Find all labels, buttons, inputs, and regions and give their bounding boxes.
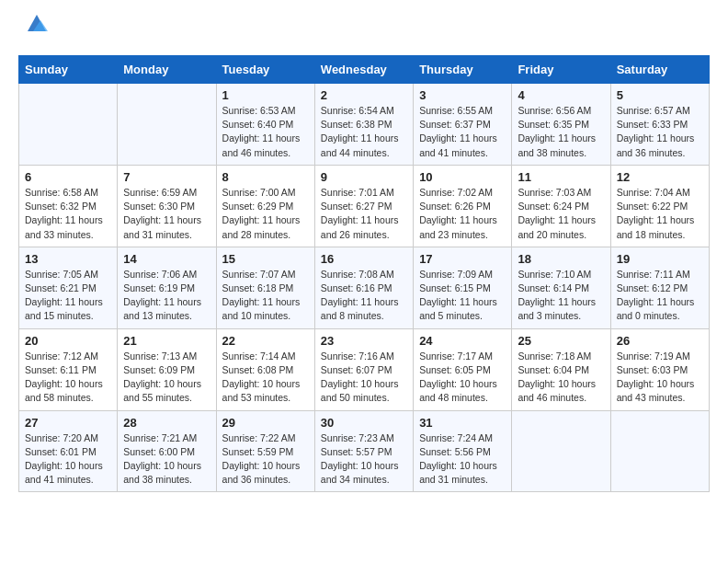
day-info: Sunrise: 7:09 AMSunset: 6:15 PMDaylight:… <box>419 268 506 324</box>
day-number: 21 <box>123 334 210 348</box>
calendar-cell: 27Sunrise: 7:20 AMSunset: 6:01 PMDayligh… <box>19 410 118 492</box>
calendar-cell <box>512 410 610 492</box>
day-number: 16 <box>321 252 407 266</box>
day-info: Sunrise: 7:06 AMSunset: 6:19 PMDaylight:… <box>123 268 210 324</box>
day-number: 3 <box>419 88 506 102</box>
calendar-cell: 3Sunrise: 6:55 AMSunset: 6:37 PMDaylight… <box>414 84 512 166</box>
calendar-cell <box>610 410 709 492</box>
day-info: Sunrise: 7:17 AMSunset: 6:05 PMDaylight:… <box>419 350 506 406</box>
day-info: Sunrise: 7:18 AMSunset: 6:04 PMDaylight:… <box>518 350 604 406</box>
day-number: 28 <box>123 416 210 430</box>
day-number: 17 <box>419 252 506 266</box>
day-number: 4 <box>518 88 604 102</box>
calendar-cell: 18Sunrise: 7:10 AMSunset: 6:14 PMDayligh… <box>512 247 610 328</box>
day-info: Sunrise: 7:12 AMSunset: 6:11 PMDaylight:… <box>25 350 111 406</box>
calendar-cell: 22Sunrise: 7:14 AMSunset: 6:08 PMDayligh… <box>216 328 314 410</box>
day-info: Sunrise: 7:07 AMSunset: 6:18 PMDaylight:… <box>222 268 309 324</box>
calendar-cell: 23Sunrise: 7:16 AMSunset: 6:07 PMDayligh… <box>314 328 413 410</box>
calendar-cell: 30Sunrise: 7:23 AMSunset: 5:57 PMDayligh… <box>314 410 413 492</box>
calendar-cell: 11Sunrise: 7:03 AMSunset: 6:24 PMDayligh… <box>512 165 610 247</box>
calendar-cell: 9Sunrise: 7:01 AMSunset: 6:27 PMDaylight… <box>314 165 413 247</box>
day-number: 7 <box>123 170 210 184</box>
week-row-2: 6Sunrise: 6:58 AMSunset: 6:32 PMDaylight… <box>19 165 710 247</box>
day-header-wednesday: Wednesday <box>314 56 413 84</box>
day-info: Sunrise: 7:03 AMSunset: 6:24 PMDaylight:… <box>518 186 604 242</box>
day-number: 11 <box>518 170 604 184</box>
calendar-cell: 17Sunrise: 7:09 AMSunset: 6:15 PMDayligh… <box>414 247 512 328</box>
page-container: SundayMondayTuesdayWednesdayThursdayFrid… <box>0 0 728 501</box>
calendar-cell: 25Sunrise: 7:18 AMSunset: 6:04 PMDayligh… <box>512 328 610 410</box>
day-info: Sunrise: 7:10 AMSunset: 6:14 PMDaylight:… <box>518 268 604 324</box>
day-header-tuesday: Tuesday <box>216 56 314 84</box>
calendar-cell: 20Sunrise: 7:12 AMSunset: 6:11 PMDayligh… <box>19 328 118 410</box>
calendar-cell: 16Sunrise: 7:08 AMSunset: 6:16 PMDayligh… <box>314 247 413 328</box>
logo-icon <box>24 11 50 40</box>
day-header-thursday: Thursday <box>414 56 512 84</box>
day-header-friday: Friday <box>512 56 610 84</box>
day-info: Sunrise: 7:04 AMSunset: 6:22 PMDaylight:… <box>617 186 703 242</box>
week-row-4: 20Sunrise: 7:12 AMSunset: 6:11 PMDayligh… <box>19 328 710 410</box>
day-number: 14 <box>123 252 210 266</box>
calendar-cell: 19Sunrise: 7:11 AMSunset: 6:12 PMDayligh… <box>610 247 709 328</box>
days-header-row: SundayMondayTuesdayWednesdayThursdayFrid… <box>19 56 710 84</box>
calendar-cell: 26Sunrise: 7:19 AMSunset: 6:03 PMDayligh… <box>610 328 709 410</box>
day-number: 13 <box>25 252 111 266</box>
day-number: 26 <box>617 334 703 348</box>
day-number: 5 <box>617 88 703 102</box>
week-row-3: 13Sunrise: 7:05 AMSunset: 6:21 PMDayligh… <box>19 247 710 328</box>
week-row-5: 27Sunrise: 7:20 AMSunset: 6:01 PMDayligh… <box>19 410 710 492</box>
day-number: 2 <box>321 88 407 102</box>
day-info: Sunrise: 6:53 AMSunset: 6:40 PMDaylight:… <box>222 104 309 160</box>
day-info: Sunrise: 7:24 AMSunset: 5:56 PMDaylight:… <box>419 431 506 488</box>
page-header <box>18 18 710 40</box>
day-header-saturday: Saturday <box>610 56 709 84</box>
day-number: 27 <box>25 416 111 430</box>
day-header-sunday: Sunday <box>19 56 118 84</box>
day-info: Sunrise: 7:00 AMSunset: 6:29 PMDaylight:… <box>222 186 309 242</box>
day-number: 31 <box>419 416 506 430</box>
calendar-cell: 24Sunrise: 7:17 AMSunset: 6:05 PMDayligh… <box>414 328 512 410</box>
day-info: Sunrise: 6:55 AMSunset: 6:37 PMDaylight:… <box>419 104 506 160</box>
calendar-cell: 4Sunrise: 6:56 AMSunset: 6:35 PMDaylight… <box>512 84 610 166</box>
day-number: 10 <box>419 170 506 184</box>
day-number: 25 <box>518 334 604 348</box>
day-info: Sunrise: 7:20 AMSunset: 6:01 PMDaylight:… <box>25 431 111 488</box>
calendar-table: SundayMondayTuesdayWednesdayThursdayFrid… <box>18 55 710 492</box>
day-number: 1 <box>222 88 309 102</box>
calendar-cell: 29Sunrise: 7:22 AMSunset: 5:59 PMDayligh… <box>216 410 314 492</box>
day-info: Sunrise: 7:21 AMSunset: 6:00 PMDaylight:… <box>123 431 210 488</box>
day-info: Sunrise: 7:23 AMSunset: 5:57 PMDaylight:… <box>321 431 407 488</box>
day-info: Sunrise: 6:57 AMSunset: 6:33 PMDaylight:… <box>617 104 703 160</box>
day-info: Sunrise: 7:01 AMSunset: 6:27 PMDaylight:… <box>321 186 407 242</box>
day-info: Sunrise: 6:54 AMSunset: 6:38 PMDaylight:… <box>321 104 407 160</box>
calendar-cell: 15Sunrise: 7:07 AMSunset: 6:18 PMDayligh… <box>216 247 314 328</box>
day-info: Sunrise: 7:22 AMSunset: 5:59 PMDaylight:… <box>222 431 309 488</box>
day-number: 8 <box>222 170 309 184</box>
day-number: 19 <box>617 252 703 266</box>
day-number: 9 <box>321 170 407 184</box>
day-number: 24 <box>419 334 506 348</box>
day-info: Sunrise: 7:13 AMSunset: 6:09 PMDaylight:… <box>123 350 210 406</box>
day-number: 20 <box>25 334 111 348</box>
day-info: Sunrise: 7:05 AMSunset: 6:21 PMDaylight:… <box>25 268 111 324</box>
day-info: Sunrise: 7:11 AMSunset: 6:12 PMDaylight:… <box>617 268 703 324</box>
day-info: Sunrise: 7:08 AMSunset: 6:16 PMDaylight:… <box>321 268 407 324</box>
logo <box>18 18 50 40</box>
calendar-cell: 1Sunrise: 6:53 AMSunset: 6:40 PMDaylight… <box>216 84 314 166</box>
calendar-cell: 10Sunrise: 7:02 AMSunset: 6:26 PMDayligh… <box>414 165 512 247</box>
day-number: 23 <box>321 334 407 348</box>
day-info: Sunrise: 6:59 AMSunset: 6:30 PMDaylight:… <box>123 186 210 242</box>
day-info: Sunrise: 6:56 AMSunset: 6:35 PMDaylight:… <box>518 104 604 160</box>
day-number: 29 <box>222 416 309 430</box>
day-info: Sunrise: 6:58 AMSunset: 6:32 PMDaylight:… <box>25 186 111 242</box>
day-header-monday: Monday <box>118 56 216 84</box>
day-info: Sunrise: 7:02 AMSunset: 6:26 PMDaylight:… <box>419 186 506 242</box>
calendar-cell: 14Sunrise: 7:06 AMSunset: 6:19 PMDayligh… <box>118 247 216 328</box>
calendar-cell: 7Sunrise: 6:59 AMSunset: 6:30 PMDaylight… <box>118 165 216 247</box>
calendar-cell: 8Sunrise: 7:00 AMSunset: 6:29 PMDaylight… <box>216 165 314 247</box>
day-number: 30 <box>321 416 407 430</box>
calendar-cell: 12Sunrise: 7:04 AMSunset: 6:22 PMDayligh… <box>610 165 709 247</box>
day-number: 22 <box>222 334 309 348</box>
day-number: 6 <box>25 170 111 184</box>
calendar-cell: 6Sunrise: 6:58 AMSunset: 6:32 PMDaylight… <box>19 165 118 247</box>
